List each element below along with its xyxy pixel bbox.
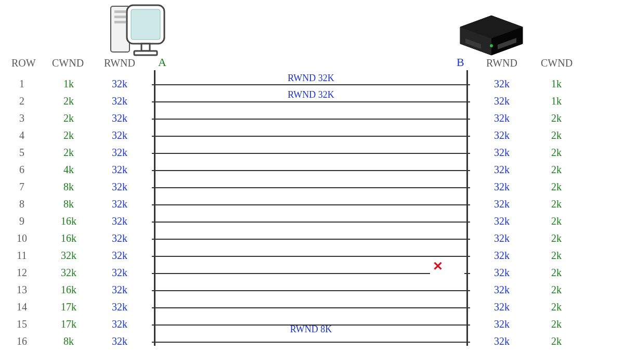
message-line bbox=[155, 239, 466, 240]
left-rwnd: 32k bbox=[99, 164, 140, 176]
right-rwnd: 32k bbox=[481, 147, 523, 159]
timeline-b bbox=[466, 70, 468, 346]
left-cwnd: 16k bbox=[48, 284, 89, 296]
left-cwnd: 32k bbox=[48, 250, 89, 262]
right-cwnd: 2k bbox=[536, 215, 577, 227]
row-number: 8 bbox=[6, 198, 37, 210]
right-rwnd: 32k bbox=[481, 164, 523, 176]
right-cwnd: 2k bbox=[536, 112, 577, 124]
header-right-rwnd: RWND bbox=[486, 57, 517, 69]
right-cwnd: 2k bbox=[536, 129, 577, 141]
right-cwnd: 1k bbox=[536, 78, 577, 90]
left-rwnd: 32k bbox=[99, 181, 140, 193]
left-rwnd: 32k bbox=[99, 215, 140, 227]
row-number: 15 bbox=[6, 318, 37, 330]
svg-rect-7 bbox=[134, 51, 157, 55]
right-cwnd: 2k bbox=[536, 284, 577, 296]
endpoint-a-label: A bbox=[158, 56, 166, 69]
right-rwnd: 32k bbox=[481, 181, 523, 193]
right-rwnd: 32k bbox=[481, 318, 523, 330]
left-cwnd: 1k bbox=[48, 78, 89, 90]
right-rwnd: 32k bbox=[481, 335, 523, 347]
left-rwnd: 32k bbox=[99, 147, 140, 159]
row-number: 4 bbox=[6, 129, 37, 141]
right-rwnd: 32k bbox=[481, 78, 523, 90]
left-rwnd: 32k bbox=[99, 318, 140, 330]
message-line bbox=[155, 101, 466, 102]
right-rwnd: 32k bbox=[481, 284, 523, 296]
svg-rect-3 bbox=[114, 21, 126, 23]
right-cwnd: 2k bbox=[536, 335, 577, 347]
svg-rect-1 bbox=[114, 10, 126, 13]
svg-rect-2 bbox=[114, 16, 126, 18]
row-number: 5 bbox=[6, 147, 37, 159]
left-cwnd: 32k bbox=[48, 267, 89, 279]
message-row16: RWND 8K bbox=[155, 324, 467, 335]
left-rwnd: 32k bbox=[99, 78, 140, 90]
left-cwnd: 17k bbox=[48, 301, 89, 313]
header-row: ROW bbox=[11, 57, 36, 69]
left-cwnd: 4k bbox=[48, 164, 89, 176]
header-right-cwnd: CWND bbox=[541, 57, 573, 69]
row-number: 13 bbox=[6, 284, 37, 296]
right-rwnd: 32k bbox=[481, 129, 523, 141]
left-rwnd: 32k bbox=[99, 301, 140, 313]
message-line bbox=[155, 273, 430, 274]
message-line bbox=[155, 170, 466, 171]
message-line bbox=[155, 222, 466, 223]
right-cwnd: 2k bbox=[536, 164, 577, 176]
right-cwnd: 2k bbox=[536, 147, 577, 159]
left-cwnd: 2k bbox=[48, 112, 89, 124]
message-line bbox=[155, 324, 466, 326]
left-rwnd: 32k bbox=[99, 95, 140, 107]
row-number: 6 bbox=[6, 164, 37, 176]
message-line bbox=[155, 119, 466, 120]
left-cwnd: 2k bbox=[48, 147, 89, 159]
right-cwnd: 2k bbox=[536, 318, 577, 330]
left-rwnd: 32k bbox=[99, 284, 140, 296]
message-line bbox=[155, 204, 466, 205]
right-rwnd: 32k bbox=[481, 232, 523, 244]
packet-drop-icon: ✕ bbox=[433, 259, 443, 274]
row-number: 1 bbox=[6, 78, 37, 90]
svg-point-14 bbox=[490, 44, 493, 47]
right-rwnd: 32k bbox=[481, 198, 523, 210]
row-number: 2 bbox=[6, 95, 37, 107]
left-cwnd: 2k bbox=[48, 129, 89, 141]
message-line bbox=[155, 256, 466, 257]
left-rwnd: 32k bbox=[99, 267, 140, 279]
left-rwnd: 32k bbox=[99, 335, 140, 347]
right-rwnd: 32k bbox=[481, 301, 523, 313]
message-row1: RWND 32K bbox=[155, 73, 467, 84]
message-line bbox=[155, 136, 466, 137]
row-number: 10 bbox=[6, 232, 37, 244]
timeline-a bbox=[154, 70, 155, 346]
right-rwnd: 32k bbox=[481, 95, 523, 107]
right-cwnd: 2k bbox=[536, 267, 577, 279]
left-rwnd: 32k bbox=[99, 198, 140, 210]
right-cwnd: 2k bbox=[536, 181, 577, 193]
left-cwnd: 16k bbox=[48, 215, 89, 227]
message-line bbox=[155, 84, 466, 85]
left-cwnd: 17k bbox=[48, 318, 89, 330]
row-number: 12 bbox=[6, 267, 37, 279]
message-line bbox=[155, 187, 466, 188]
message-line bbox=[155, 153, 466, 154]
left-cwnd: 8k bbox=[48, 181, 89, 193]
right-rwnd: 32k bbox=[481, 112, 523, 124]
header-left-cwnd: CWND bbox=[52, 57, 84, 69]
row-number: 16 bbox=[6, 335, 37, 347]
row-number: 3 bbox=[6, 112, 37, 124]
right-cwnd: 2k bbox=[536, 232, 577, 244]
svg-rect-5 bbox=[131, 9, 160, 40]
server-icon bbox=[450, 11, 533, 59]
left-cwnd: 2k bbox=[48, 95, 89, 107]
row-number: 14 bbox=[6, 301, 37, 313]
right-cwnd: 2k bbox=[536, 301, 577, 313]
left-cwnd: 8k bbox=[48, 335, 89, 347]
right-cwnd: 2k bbox=[536, 250, 577, 262]
computer-icon bbox=[109, 4, 166, 60]
row-number: 7 bbox=[6, 181, 37, 193]
left-cwnd: 16k bbox=[48, 232, 89, 244]
right-cwnd: 1k bbox=[536, 95, 577, 107]
